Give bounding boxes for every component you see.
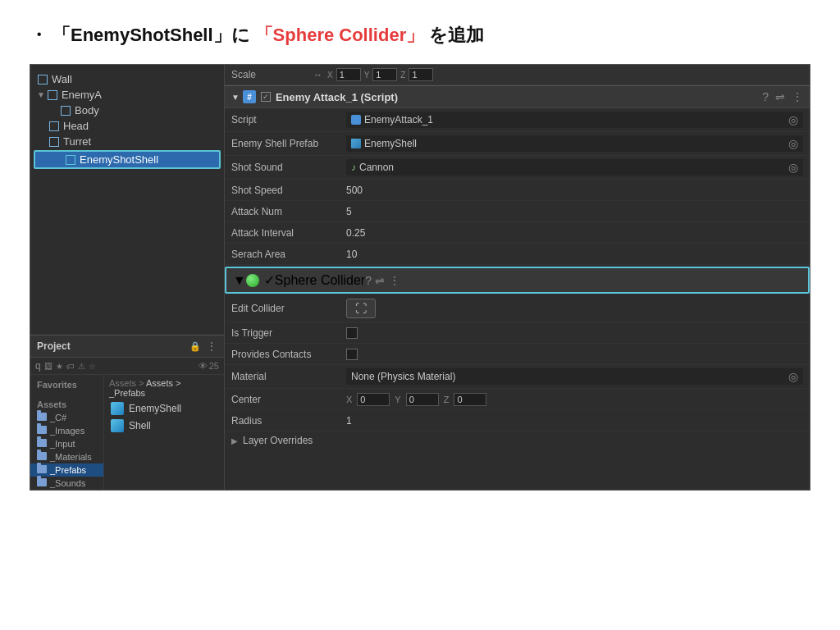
project-header-bar: Project 🔒 ⋮ [30, 336, 224, 358]
star-icon[interactable]: ★ [56, 362, 63, 371]
project-title: Project [37, 340, 71, 352]
page-wrapper: ・ 「EnemyShotShell」に 「Sphere Collider」 を追… [0, 0, 840, 491]
field-is-trigger: Is Trigger [225, 322, 810, 344]
folder-icon-input [37, 439, 47, 449]
sphere-more-button[interactable]: ⋮ [389, 274, 400, 287]
asset-label-enemyshell: EnemyShell [129, 403, 181, 414]
more-button[interactable]: ⋮ [792, 90, 803, 103]
shot-sound-value: Cannon [359, 162, 394, 173]
field-layer-overrides[interactable]: ▶ Layer Overrides [225, 431, 810, 450]
hierarchy-item-enemyshotshell[interactable]: EnemyShotShell [34, 150, 221, 169]
layout-button[interactable]: ⇌ [775, 90, 785, 103]
scale-x-input[interactable] [336, 68, 361, 81]
sidebar-item-input[interactable]: _Input [30, 437, 103, 450]
hierarchy-item-label: Body [75, 104, 99, 116]
project-asset-list: EnemyShell Shell [109, 401, 219, 433]
dot-menu-icon[interactable]: ⋮ [206, 340, 217, 353]
sphere-layout-button[interactable]: ⇌ [375, 274, 385, 287]
hierarchy-item-head[interactable]: Head [30, 118, 224, 134]
enemy-attack-component-header[interactable]: ▼ # ✓ Enemy Attack_1 (Script) ? ⇌ ⋮ [225, 85, 810, 108]
scale-z-input[interactable] [409, 68, 433, 81]
field-center: Center X Y Z [225, 389, 810, 410]
center-y-input[interactable] [406, 393, 439, 406]
material-value: None (Physics Material) [351, 371, 455, 382]
scale-y-input[interactable] [372, 68, 397, 81]
sphere-help-button[interactable]: ? [365, 274, 372, 287]
hierarchy-item-label: EnemyShotShell [80, 153, 158, 166]
favorite-icon[interactable]: ☆ [89, 362, 96, 371]
target-icon-script[interactable]: ◎ [788, 113, 798, 126]
scale-y-field: Y [364, 68, 398, 81]
hierarchy-item-label: Turret [63, 135, 91, 148]
sidebar-item-sounds[interactable]: _Sounds [30, 477, 103, 490]
target-icon-shell[interactable]: ◎ [788, 137, 798, 150]
field-attack-num: Attack Num 5 [225, 201, 810, 222]
center-z-input[interactable] [454, 393, 486, 406]
project-search-bar: q 🖼 ★ 🏷 ⚠ ☆ 👁 25 [30, 358, 224, 375]
tag-icon[interactable]: 🏷 [66, 362, 75, 371]
hierarchy-item-label: Head [63, 120, 89, 132]
layer-overrides-arrow: ▶ [231, 436, 238, 445]
target-icon-sound[interactable]: ◎ [788, 161, 798, 174]
field-label-shell-prefab: Enemy Shell Prefab [231, 138, 346, 149]
sidebar-item-images[interactable]: _Images [30, 424, 103, 437]
sphere-collider-icon [246, 274, 259, 287]
field-label-center: Center [231, 394, 346, 405]
asset-item-shell[interactable]: Shell [109, 418, 219, 433]
script-component-icon: # [243, 90, 256, 103]
title-highlight: 「Sphere Collider」 [255, 23, 425, 48]
project-sidebar: Favorites Assets _C# [30, 375, 104, 490]
field-label-script: Script [231, 114, 346, 126]
is-trigger-checkbox[interactable] [346, 327, 358, 339]
field-label-radius: Radius [231, 415, 346, 427]
field-label-edit-collider: Edit Collider [231, 303, 346, 314]
page-title: ・ 「EnemyShotShell」に 「Sphere Collider」 を追… [0, 0, 840, 64]
help-button[interactable]: ? [762, 90, 769, 103]
center-x-input[interactable] [357, 393, 390, 406]
turret-icon [48, 136, 60, 148]
hierarchy-item-turret[interactable]: Turret [30, 134, 224, 149]
field-label-attack-num: Attack Num [231, 206, 346, 217]
field-value-material: None (Physics Material) ◎ [346, 368, 803, 385]
main-layout: Wall ▼ EnemyA Body [30, 64, 810, 491]
field-value-attack-interval: 0.25 [346, 227, 803, 239]
enable-checkbox[interactable]: ✓ [261, 92, 271, 102]
field-provides-contacts: Provides Contacts [225, 344, 810, 365]
sidebar-item-prefabs[interactable]: _Prefabs [30, 463, 103, 477]
sphere-enable-checkbox[interactable]: ✓ [264, 272, 275, 288]
field-attack-interval: Attack Interval 0.25 [225, 222, 810, 244]
field-value-attack-num: 5 [346, 206, 803, 217]
project-panel: Project 🔒 ⋮ q 🖼 ★ 🏷 ⚠ ☆ 👁 25 [30, 335, 224, 490]
asset-icon-enemyshell [111, 402, 124, 415]
field-label-attack-interval: Attack Interval [231, 227, 346, 239]
field-value-edit-collider: ⛶ [346, 299, 803, 318]
view-count: 👁 25 [199, 361, 219, 371]
edit-collider-button[interactable]: ⛶ [346, 299, 376, 318]
field-value-center: X Y Z [346, 393, 803, 406]
sidebar-item-csharp[interactable]: _C# [30, 411, 103, 424]
shot-sound-ref: ♪ Cannon ◎ [346, 159, 803, 176]
warning-icon[interactable]: ⚠ [78, 362, 85, 371]
target-icon-material[interactable]: ◎ [788, 370, 798, 383]
field-radius: Radius 1 [225, 410, 810, 431]
screenshot-container: Wall ▼ EnemyA Body [30, 64, 810, 491]
provides-contacts-checkbox[interactable] [346, 349, 358, 360]
sphere-collider-header[interactable]: ▼ ✓ Sphere Collider ? ⇌ ⋮ [225, 267, 810, 294]
sidebar-item-materials[interactable]: _Materials [30, 450, 103, 463]
hierarchy-item-label: EnemyA [62, 89, 102, 101]
collapse-arrow[interactable]: ▼ [231, 93, 240, 102]
eye-icon: 👁 [199, 361, 208, 371]
field-label-serach-area: Serach Area [231, 249, 346, 260]
sphere-collapse-arrow[interactable]: ▼ [233, 273, 246, 288]
serach-area-value: 10 [346, 249, 357, 260]
hierarchy-item-wall[interactable]: Wall [30, 71, 224, 87]
hierarchy-item-label: Wall [52, 73, 72, 85]
field-shell-prefab: Enemy Shell Prefab EnemyShell ◎ [225, 132, 810, 156]
hierarchy-item-body[interactable]: Body [30, 103, 224, 118]
field-value-shell-prefab: EnemyShell ◎ [346, 135, 803, 152]
search-icon: q [35, 360, 41, 372]
image-search-icon[interactable]: 🖼 [44, 362, 52, 371]
asset-item-enemyshell[interactable]: EnemyShell [109, 401, 219, 416]
hierarchy-panel: Wall ▼ EnemyA Body [30, 65, 225, 490]
hierarchy-item-enemya[interactable]: ▼ EnemyA [30, 87, 224, 103]
